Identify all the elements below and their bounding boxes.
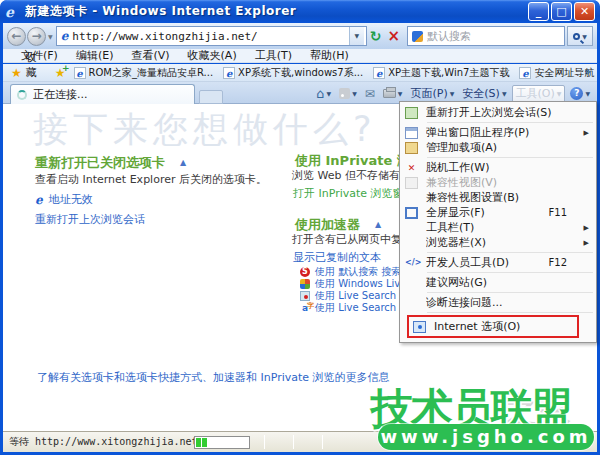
popup-blocker-icon — [405, 127, 418, 139]
divider — [264, 435, 265, 449]
menu-favorites[interactable]: 收藏夹(A) — [179, 48, 246, 63]
safety-button[interactable]: 安全(S) ▼ — [459, 85, 509, 103]
menu-item-manage-addons[interactable]: 管理加载项(A) — [401, 140, 595, 155]
search-placeholder: 默认搜索 — [427, 29, 471, 44]
internet-options-icon — [413, 321, 426, 333]
history-dropdown-icon[interactable]: ▼ — [48, 33, 53, 40]
work-offline-icon: ✕ — [405, 162, 418, 174]
divider — [322, 435, 323, 449]
overflow-chevron-icon[interactable]: » — [584, 65, 591, 78]
learn-more-link[interactable]: 了解有关选项卡和选项卡快捷方式、加速器和 InPrivate 浏览的更多信息 — [37, 370, 390, 385]
search-provider-icon — [412, 31, 423, 42]
search-button[interactable]: ▼ — [567, 26, 593, 46]
map-icon — [300, 291, 310, 301]
divider — [293, 435, 294, 449]
favorites-star-icon: ★ — [11, 66, 22, 80]
menu-separator — [427, 312, 593, 313]
menu-item-compat-settings[interactable]: 兼容性视图设置(B) — [401, 190, 595, 205]
chevron-down-icon: ▼ — [327, 90, 332, 97]
search-box[interactable]: 默认搜索 — [407, 26, 565, 46]
maximize-button[interactable]: □ — [551, 2, 572, 21]
accelerator-link[interactable]: a 使用 Live Search — [300, 301, 396, 315]
translate-icon: a — [300, 303, 310, 313]
menu-view[interactable]: 查看(V) — [122, 48, 178, 63]
favicon-icon: e — [373, 67, 385, 79]
new-tab-button[interactable] — [199, 90, 223, 104]
page-button[interactable]: 页面(P) ▼ — [407, 85, 457, 103]
address-dropdown-button[interactable]: ▼ — [349, 27, 364, 45]
menu-item-reopen-session[interactable]: 重新打开上次浏览会话(S) — [401, 105, 595, 120]
help-icon: ? — [570, 87, 583, 100]
ie-page-icon: e — [35, 193, 43, 207]
menu-file[interactable]: 文件(F) — [12, 48, 67, 63]
status-text: 等待 http://www.xitongzhijia.net/... — [9, 435, 194, 449]
menu-item-explorer-bars[interactable]: 浏览器栏(X) ▶ — [401, 235, 595, 250]
menu-item-popup-blocker[interactable]: 弹出窗口阻止程序(P) ▶ — [401, 125, 595, 140]
menu-item-developer-tools[interactable]: </> 开发人员工具(D) F12 — [401, 255, 595, 270]
progress-bar — [194, 436, 250, 449]
menu-tools[interactable]: 工具(T) — [246, 48, 301, 63]
menu-edit[interactable]: 编辑(E) — [67, 48, 123, 63]
chevron-down-icon: ▼ — [352, 90, 357, 97]
add-favorite-icon[interactable]: ★ — [55, 66, 66, 80]
shortcut-key: F12 — [549, 257, 567, 268]
favicon-icon: e — [74, 67, 86, 79]
developer-tools-icon: </> — [405, 257, 418, 269]
reopen-section-desc: 查看启动 Internet Explorer 后关闭的选项卡。 — [35, 172, 267, 187]
search-options-icon[interactable]: ▼ — [582, 33, 587, 40]
address-bar[interactable]: e http://www.xitongzhijia.net/ ▼ — [56, 26, 367, 46]
invalid-address-link[interactable]: e 地址无效 — [35, 192, 93, 207]
url-text[interactable]: http://www.xitongzhijia.net/ — [72, 30, 348, 43]
menu-help[interactable]: 帮助(H) — [301, 48, 358, 63]
show-copied-text-link[interactable]: 显示已复制的文本 — [293, 250, 381, 265]
chevron-down-icon: ▼ — [502, 90, 507, 97]
refresh-button[interactable]: ↻ — [367, 26, 385, 46]
watermark-url: www.jsgho.com — [378, 424, 594, 450]
search-icon — [573, 33, 580, 40]
close-button[interactable]: ✕ — [574, 2, 595, 21]
tools-button[interactable]: 工具(O) ▼ — [512, 85, 566, 103]
accelerator-heading: 使用加速器 ▲ — [295, 214, 381, 234]
menu-bar: 文件(F) 编辑(E) 查看(V) 收藏夹(A) 工具(T) 帮助(H) — [3, 49, 597, 63]
menu-item-work-offline[interactable]: ✕ 脱机工作(W) — [401, 160, 595, 175]
highlight-box: Internet 选项(O) — [407, 315, 579, 338]
forward-button[interactable]: → — [27, 27, 46, 46]
favorite-link[interactable]: e XP主题下载,Win7主题下载 — [373, 66, 509, 80]
shortcut-key: F11 — [549, 207, 567, 218]
minimize-button[interactable]: _ — [528, 2, 549, 21]
window-title: 新建选项卡 - Windows Internet Explorer — [25, 3, 526, 20]
menu-item-suggested-sites[interactable]: 建议网站(G) — [401, 275, 595, 290]
active-tab[interactable]: 正在连接... — [10, 84, 195, 104]
menu-item-internet-options[interactable]: Internet 选项(O) — [409, 318, 577, 335]
collapse-arrow-icon[interactable]: ▲ — [375, 220, 381, 229]
menu-item-toolbars[interactable]: 工具栏(T) ▶ — [401, 220, 595, 235]
print-button[interactable]: ▼ — [380, 85, 406, 103]
favicon-icon: e — [519, 67, 531, 79]
tab-title: 正在连接... — [33, 87, 88, 102]
open-inprivate-link[interactable]: 打开 InPrivate 浏览窗口 — [293, 186, 415, 201]
loading-spinner-icon — [17, 90, 27, 100]
reopen-session-link[interactable]: 重新打开上次浏览会话 — [35, 212, 145, 227]
help-button[interactable]: ? ▼ — [567, 85, 593, 103]
title-bar: e 新建选项卡 - Windows Internet Explorer _ □ … — [0, 0, 600, 23]
stop-button[interactable]: × — [384, 26, 403, 46]
navigation-bar: ← → ▼ e http://www.xitongzhijia.net/ ▼ ↻… — [3, 23, 597, 49]
read-mail-button[interactable]: ✉ — [362, 85, 378, 103]
page-title: 接下来您想做什么? — [33, 106, 377, 153]
chevron-down-icon: ▼ — [398, 90, 403, 97]
menu-separator — [427, 122, 593, 123]
home-button[interactable]: ⌂ ▼ — [313, 85, 334, 103]
compatibility-view-icon — [405, 177, 418, 189]
favorite-link[interactable]: e XP系统下载,windows7系... — [223, 66, 363, 80]
submenu-arrow-icon: ▶ — [584, 129, 589, 137]
menu-item-fullscreen[interactable]: 全屏显示(F) F11 — [401, 205, 595, 220]
collapse-arrow-icon[interactable]: ▲ — [180, 158, 186, 167]
ie-logo-icon: e — [5, 4, 21, 20]
feeds-button[interactable]: ▼ — [336, 85, 360, 103]
favorite-link[interactable]: e ROM之家_海量精品安卓R... — [74, 66, 214, 80]
menu-separator — [427, 292, 593, 293]
back-button[interactable]: ← — [7, 27, 26, 46]
default-search-icon: S — [300, 267, 310, 277]
menu-item-diagnose-connection[interactable]: 诊断连接问题... — [401, 295, 595, 310]
menu-separator — [427, 157, 593, 158]
